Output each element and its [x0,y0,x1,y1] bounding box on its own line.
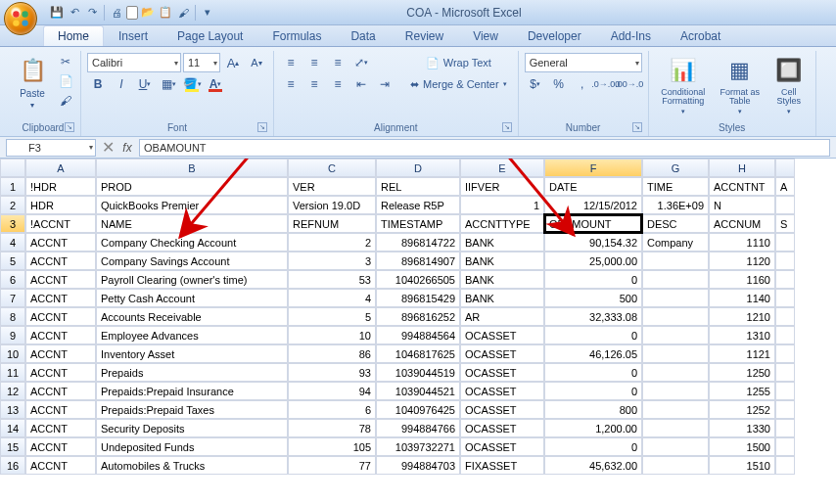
cell-F16[interactable]: 45,632.00 [544,456,642,475]
cell-A14[interactable]: ACCNT [25,419,96,437]
cell-A5[interactable]: ACCNT [25,252,96,270]
cell-B6[interactable]: Payroll Clearing (owner's time) [96,270,288,289]
cell-A2[interactable]: HDR [25,196,96,214]
cell-A15[interactable]: ACCNT [25,437,96,456]
font-size-combo[interactable]: 11▾ [183,53,220,72]
align-center-icon[interactable]: ≡ [303,74,325,94]
cell-D12[interactable]: 1039044521 [376,382,460,400]
cell-B10[interactable]: Inventory Asset [96,344,288,363]
cell-I1[interactable]: A [775,177,795,196]
row-header-7[interactable]: 7 [0,289,25,307]
cell-E13[interactable]: OCASSET [460,400,544,419]
quickprint-icon[interactable]: 🖨 [109,5,124,21]
tab-data[interactable]: Data [336,25,390,46]
cell-F6[interactable]: 0 [544,270,642,289]
cell-H16[interactable]: 1510 [709,456,775,475]
cell-F13[interactable]: 800 [544,400,642,419]
cell-F4[interactable]: 90,154.32 [544,233,642,252]
cell-C3[interactable]: REFNUM [288,214,376,233]
cell-I11[interactable] [775,363,795,382]
cell-A4[interactable]: ACCNT [25,233,96,252]
cell-C11[interactable]: 93 [288,363,376,382]
font-color-icon[interactable]: A▾ [205,74,226,94]
cell-H1[interactable]: ACCNTNT [709,177,775,196]
cell-E12[interactable]: OCASSET [460,382,544,400]
comma-format-icon[interactable]: , [572,74,593,94]
cell-I13[interactable] [775,400,795,419]
wrap-text-button[interactable]: 📄Wrap Text [405,53,512,72]
grow-font-icon[interactable]: A▴ [222,53,244,72]
format-as-table-button[interactable]: ▦ Format as Table▾ [716,53,765,117]
cell-D7[interactable]: 896815429 [376,289,460,307]
cell-A1[interactable]: !HDR [25,177,96,196]
fx-icon[interactable]: fx [119,141,135,155]
col-header-G[interactable]: G [642,159,709,177]
cell-E11[interactable]: OCASSET [460,363,544,382]
cell-C13[interactable]: 6 [288,400,376,419]
cell-I6[interactable] [775,270,795,289]
cell-B12[interactable]: Prepaids:Prepaid Insurance [96,382,288,400]
cell-E9[interactable]: OCASSET [460,326,544,344]
cell-G13[interactable] [642,400,709,419]
cell-F1[interactable]: DATE [544,177,642,196]
cell-G14[interactable] [642,419,709,437]
cell-F8[interactable]: 32,333.08 [544,307,642,326]
cell-G11[interactable] [642,363,709,382]
row-header-2[interactable]: 2 [0,196,25,214]
cell-H8[interactable]: 1210 [709,307,775,326]
cell-B2[interactable]: QuickBooks Premier [96,196,288,214]
cell-I15[interactable] [775,437,795,456]
align-bottom-icon[interactable]: ≡ [327,53,348,72]
align-top-icon[interactable]: ≡ [280,53,302,72]
cell-A9[interactable]: ACCNT [25,326,96,344]
cell-I14[interactable] [775,419,795,437]
tab-page-layout[interactable]: Page Layout [163,25,257,46]
row-header-10[interactable]: 10 [0,344,25,363]
cancel-icon[interactable]: ✕ [100,138,116,157]
cell-E3[interactable]: ACCNTTYPE [460,214,544,233]
cell-H2[interactable]: N [709,196,775,214]
row-header-11[interactable]: 11 [0,363,25,382]
cell-E8[interactable]: AR [460,307,544,326]
cell-B14[interactable]: Security Deposits [96,419,288,437]
cell-D6[interactable]: 1040266505 [376,270,460,289]
cell-G7[interactable] [642,289,709,307]
qat-more-icon[interactable]: ▾ [200,5,215,21]
cell-B8[interactable]: Accounts Receivable [96,307,288,326]
cell-F3[interactable]: OBAMOUNT [544,214,642,233]
dialog-launcher-icon[interactable]: ↘ [632,122,642,132]
row-header-14[interactable]: 14 [0,419,25,437]
fill-color-icon[interactable]: 🪣▾ [181,74,203,94]
cell-C9[interactable]: 10 [288,326,376,344]
cell-I2[interactable] [775,196,795,214]
cell-A16[interactable]: ACCNT [25,456,96,475]
cell-E14[interactable]: OCASSET [460,419,544,437]
cell-D1[interactable]: REL [376,177,460,196]
tab-review[interactable]: Review [391,25,458,46]
cell-B1[interactable]: PROD [96,177,288,196]
row-header-1[interactable]: 1 [0,177,25,196]
cell-D14[interactable]: 994884766 [376,419,460,437]
cell-F10[interactable]: 46,126.05 [544,344,642,363]
align-left-icon[interactable]: ≡ [280,74,302,94]
orientation-icon[interactable]: ⤢▾ [350,53,372,72]
cell-F11[interactable]: 0 [544,363,642,382]
cell-B16[interactable]: Automobiles & Trucks [96,456,288,475]
save-icon[interactable]: 💾 [49,5,65,21]
cell-C6[interactable]: 53 [288,270,376,289]
cell-G9[interactable] [642,326,709,344]
cell-H3[interactable]: ACCNUM [709,214,775,233]
cell-A8[interactable]: ACCNT [25,307,96,326]
cell-H14[interactable]: 1330 [709,419,775,437]
cell-styles-button[interactable]: 🔲 Cell Styles▾ [768,53,810,117]
cell-A10[interactable]: ACCNT [25,344,96,363]
cell-D8[interactable]: 896816252 [376,307,460,326]
cell-I5[interactable] [775,252,795,270]
cell-C8[interactable]: 5 [288,307,376,326]
row-header-8[interactable]: 8 [0,307,25,326]
cell-F12[interactable]: 0 [544,382,642,400]
row-header-15[interactable]: 15 [0,437,25,456]
cell-E5[interactable]: BANK [460,252,544,270]
cell-C2[interactable]: Version 19.0D [288,196,376,214]
cell-I3[interactable]: S [775,214,795,233]
